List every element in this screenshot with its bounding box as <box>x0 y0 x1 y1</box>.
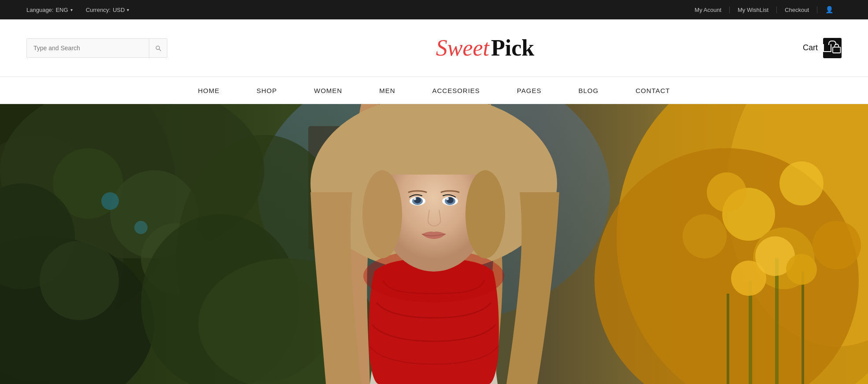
logo[interactable]: Sweet Pick <box>436 37 535 60</box>
nav-item-shop[interactable]: SHOP <box>238 77 295 104</box>
cart-container[interactable]: Cart <box>803 38 842 58</box>
svg-point-46 <box>414 198 416 200</box>
nav-item-pages[interactable]: PAGES <box>499 77 560 104</box>
language-dropdown-icon: ▾ <box>70 7 73 12</box>
cart-icon <box>823 38 842 58</box>
nav-item-contact[interactable]: CONTACT <box>617 77 688 104</box>
svg-point-49 <box>465 170 505 258</box>
currency-label: Currency: <box>86 7 111 13</box>
svg-rect-28 <box>727 294 729 384</box>
svg-point-23 <box>707 172 746 212</box>
svg-point-15 <box>101 192 119 210</box>
search-icon <box>155 45 162 52</box>
my-wishlist-link[interactable]: My WishList <box>730 7 777 13</box>
svg-point-13 <box>40 241 119 320</box>
currency-dropdown-icon: ▾ <box>127 7 129 12</box>
nav-item-home[interactable]: HOME <box>179 77 238 104</box>
svg-point-47 <box>446 198 449 200</box>
cart-bag-icon <box>831 41 842 56</box>
nav-item-men[interactable]: MEN <box>361 77 414 104</box>
logo-pick: Pick <box>491 35 534 60</box>
svg-rect-27 <box>802 272 804 384</box>
hero-background <box>0 104 868 384</box>
language-label: Language: <box>26 7 53 13</box>
nav-item-women[interactable]: WOMEN <box>295 77 361 104</box>
cart-label: Cart <box>803 43 818 52</box>
search-container <box>26 38 167 58</box>
currency-selector[interactable]: Currency: USD ▾ <box>86 7 129 13</box>
svg-point-24 <box>813 221 861 269</box>
svg-point-48 <box>362 170 402 258</box>
top-bar: Language: ENG ▾ Currency: USD ▾ My Acoun… <box>0 0 868 19</box>
user-account-icon[interactable]: 👤 <box>817 6 842 14</box>
nav-item-accesories[interactable]: ACCESORIES <box>414 77 499 104</box>
logo-sweet: Sweet <box>436 35 489 60</box>
checkout-link[interactable]: Checkout <box>777 7 817 13</box>
svg-point-21 <box>779 161 824 205</box>
search-input[interactable] <box>27 39 149 57</box>
svg-rect-0 <box>833 47 841 52</box>
header: Sweet Pick Cart <box>0 19 868 77</box>
my-account-link[interactable]: My Acount <box>687 7 730 13</box>
svg-point-16 <box>134 221 148 234</box>
svg-point-31 <box>786 254 817 285</box>
nav-bar: HOME SHOP WOMEN MEN ACCESORIES PAGES BLO… <box>0 77 868 104</box>
hero-section <box>0 104 868 384</box>
svg-rect-25 <box>749 280 752 384</box>
search-button[interactable] <box>149 39 167 57</box>
svg-rect-26 <box>775 258 779 384</box>
nav-item-blog[interactable]: BLOG <box>560 77 617 104</box>
top-bar-right: My Acount My WishList Checkout 👤 <box>687 6 842 14</box>
currency-value: USD <box>113 7 125 13</box>
top-bar-left: Language: ENG ▾ Currency: USD ▾ <box>26 7 129 13</box>
language-selector[interactable]: Language: ENG ▾ <box>26 7 73 13</box>
language-value: ENG <box>55 7 68 13</box>
svg-point-32 <box>683 214 727 258</box>
